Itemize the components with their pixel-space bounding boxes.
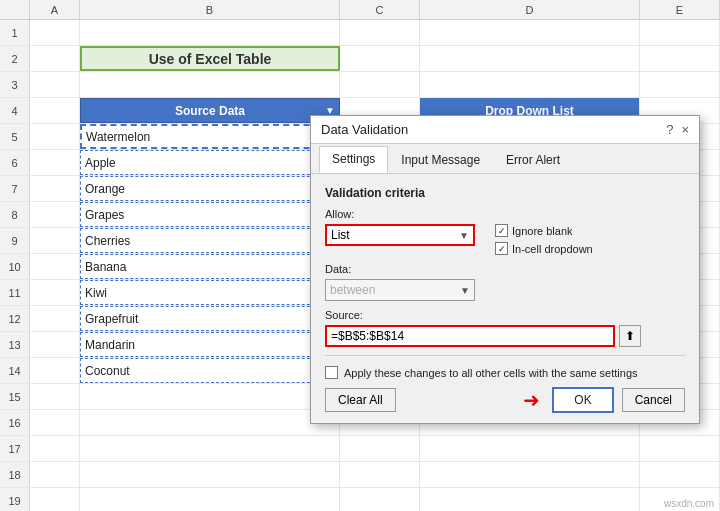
dialog-close-button[interactable]: ×: [681, 122, 689, 137]
cell-b8[interactable]: Grapes: [80, 202, 340, 227]
data-validation-dialog: Data Validation ? × Settings Input Messa…: [310, 115, 700, 424]
in-cell-dropdown-checkbox[interactable]: ✓: [495, 242, 508, 255]
dialog-title-bar: Data Validation ? ×: [311, 116, 699, 144]
cell-c1[interactable]: [340, 20, 420, 45]
cell-b13[interactable]: Mandarin: [80, 332, 340, 357]
cell-a13[interactable]: [30, 332, 80, 357]
cell-a8[interactable]: [30, 202, 80, 227]
cell-e18[interactable]: [640, 462, 720, 487]
cancel-button[interactable]: Cancel: [622, 388, 685, 412]
cell-a6[interactable]: [30, 150, 80, 175]
in-cell-dropdown-row: ✓ In-cell dropdown: [495, 242, 593, 255]
cell-b11[interactable]: Kiwi: [80, 280, 340, 305]
cell-e1[interactable]: [640, 20, 720, 45]
allow-col: Allow: List ▼: [325, 208, 475, 246]
dialog-body: Validation criteria Allow: List ▼ ✓ Igno…: [311, 174, 699, 423]
dialog-buttons: Clear All ➜ OK Cancel: [325, 387, 685, 413]
col-header-d: D: [420, 0, 640, 19]
data-row: Data: between ▼: [325, 263, 685, 301]
cell-b3[interactable]: [80, 72, 340, 97]
cell-b10[interactable]: Banana: [80, 254, 340, 279]
dialog-help-button[interactable]: ?: [666, 122, 673, 137]
cell-b15[interactable]: [80, 384, 340, 409]
cell-b9[interactable]: Cherries: [80, 228, 340, 253]
cell-c3[interactable]: [340, 72, 420, 97]
apply-row: Apply these changes to all other cells w…: [325, 366, 685, 379]
spreadsheet: A B C D E 1 2 Use of Excel Table 3: [0, 0, 720, 511]
cell-a11[interactable]: [30, 280, 80, 305]
cell-a9[interactable]: [30, 228, 80, 253]
corner-cell: [0, 0, 30, 19]
source-input-row: =$B$5:$B$14 ⬆: [325, 325, 641, 347]
data-label: Data:: [325, 263, 475, 275]
cell-a18[interactable]: [30, 462, 80, 487]
tab-settings[interactable]: Settings: [319, 146, 388, 173]
watermark: wsxdn.com: [664, 498, 714, 509]
data-col: Data: between ▼: [325, 263, 475, 301]
cell-b1[interactable]: [80, 20, 340, 45]
cell-e17[interactable]: [640, 436, 720, 461]
allow-select[interactable]: List ▼: [325, 224, 475, 246]
cell-c17[interactable]: [340, 436, 420, 461]
cell-d17[interactable]: [420, 436, 640, 461]
row-19: 19: [0, 488, 720, 511]
cell-a3[interactable]: [30, 72, 80, 97]
cell-d18[interactable]: [420, 462, 640, 487]
data-select[interactable]: between ▼: [325, 279, 475, 301]
cell-b4-source-header[interactable]: Source Data ▼: [80, 98, 340, 123]
allow-label: Allow:: [325, 208, 475, 220]
cell-b18[interactable]: [80, 462, 340, 487]
tab-error-alert[interactable]: Error Alert: [493, 147, 573, 173]
cell-a16[interactable]: [30, 410, 80, 435]
cell-b2-title[interactable]: Use of Excel Table: [80, 46, 340, 71]
ok-cancel-group: ➜ OK Cancel: [523, 387, 685, 413]
row-18: 18: [0, 462, 720, 488]
cell-a2[interactable]: [30, 46, 80, 71]
cell-a7[interactable]: [30, 176, 80, 201]
cell-a5[interactable]: [30, 124, 80, 149]
cell-b12[interactable]: Grapefruit: [80, 306, 340, 331]
cell-b14[interactable]: Coconut: [80, 358, 340, 383]
cell-e2[interactable]: [640, 46, 720, 71]
cell-b19[interactable]: [80, 488, 340, 511]
apply-label: Apply these changes to all other cells w…: [344, 367, 638, 379]
cell-c2[interactable]: [340, 46, 420, 71]
row-3: 3: [0, 72, 720, 98]
cell-b5[interactable]: Watermelon: [80, 124, 340, 149]
cell-a19[interactable]: [30, 488, 80, 511]
source-row: Source: =$B$5:$B$14 ⬆: [325, 309, 685, 347]
ignore-blank-checkbox[interactable]: ✓: [495, 224, 508, 237]
col-header-a: A: [30, 0, 80, 19]
source-field[interactable]: =$B$5:$B$14: [325, 325, 615, 347]
cell-c19[interactable]: [340, 488, 420, 511]
cell-b17[interactable]: [80, 436, 340, 461]
cell-a4[interactable]: [30, 98, 80, 123]
dialog-tabs: Settings Input Message Error Alert: [311, 144, 699, 174]
cell-a10[interactable]: [30, 254, 80, 279]
cell-d3[interactable]: [420, 72, 640, 97]
cell-d2[interactable]: [420, 46, 640, 71]
cell-d19[interactable]: [420, 488, 640, 511]
cell-a14[interactable]: [30, 358, 80, 383]
cell-c18[interactable]: [340, 462, 420, 487]
ok-button[interactable]: OK: [552, 387, 613, 413]
cell-d1[interactable]: [420, 20, 640, 45]
col-header-e: E: [640, 0, 720, 19]
cell-b6[interactable]: Apple: [80, 150, 340, 175]
col-header-c: C: [340, 0, 420, 19]
dialog-title-actions: ? ×: [666, 122, 689, 137]
apply-checkbox[interactable]: [325, 366, 338, 379]
allow-row: Allow: List ▼ ✓ Ignore blank ✓ In-cell d…: [325, 208, 685, 255]
cell-b7[interactable]: Orange: [80, 176, 340, 201]
collapse-icon: ⬆: [625, 329, 635, 343]
cell-e3[interactable]: [640, 72, 720, 97]
cell-a1[interactable]: [30, 20, 80, 45]
cell-a17[interactable]: [30, 436, 80, 461]
cell-b16[interactable]: [80, 410, 340, 435]
cell-a15[interactable]: [30, 384, 80, 409]
tab-input-message[interactable]: Input Message: [388, 147, 493, 173]
source-data-label: Source Data: [175, 104, 245, 118]
cell-a12[interactable]: [30, 306, 80, 331]
clear-all-button[interactable]: Clear All: [325, 388, 396, 412]
source-collapse-button[interactable]: ⬆: [619, 325, 641, 347]
